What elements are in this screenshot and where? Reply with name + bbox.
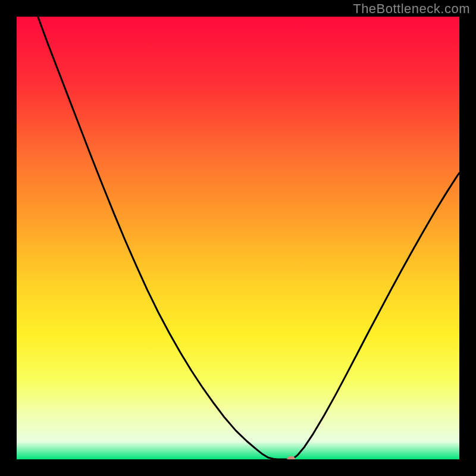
chart-svg: [17, 17, 459, 459]
gradient-background: [17, 17, 459, 459]
chart-container: TheBottleneck.com: [0, 0, 476, 476]
watermark-text: TheBottleneck.com: [353, 1, 470, 17]
plot-area: [17, 17, 459, 459]
